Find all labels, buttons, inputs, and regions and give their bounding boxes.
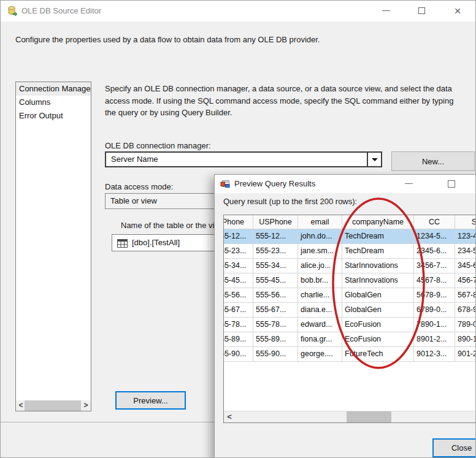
grid-cell[interactable]: 555-89... — [223, 332, 253, 347]
grid-cell[interactable]: 555-23... — [253, 244, 298, 259]
grid-cell[interactable]: GlobalGen — [342, 303, 414, 318]
grid-cell[interactable]: GlobalGen — [342, 288, 414, 303]
grid-scrollbar-thumb[interactable] — [347, 411, 391, 422]
grid-cell[interactable]: edward... — [298, 318, 342, 332]
sidebar-item-connection-manager[interactable]: Connection Manager — [16, 82, 91, 96]
grid-cell[interactable]: 555-67... — [223, 303, 253, 318]
grid-cell[interactable]: 901-23... — [455, 347, 476, 362]
grid-cell[interactable]: 555-67... — [253, 303, 298, 318]
grid-cell[interactable]: 345-67... — [455, 259, 476, 273]
preview-minimize-button[interactable] — [399, 175, 418, 193]
grid-cell[interactable]: 2345-6... — [414, 244, 455, 259]
grid-cell[interactable]: george.... — [298, 347, 342, 362]
grid-cell[interactable]: 555-45... — [223, 273, 253, 288]
grid-cell[interactable]: 789-01... — [455, 318, 476, 332]
grid-cell[interactable]: 555-34... — [253, 259, 298, 273]
grid-cell[interactable]: 567-89... — [455, 288, 476, 303]
grid-cell[interactable]: EcoFusion — [342, 332, 414, 347]
main-titlebar: OLE DB Source Editor × — [1, 1, 475, 21]
grid-header-cell[interactable]: Phone — [223, 215, 253, 229]
maximize-button[interactable] — [411, 1, 432, 20]
grid-row[interactable]: 555-56...555-56...charlie...GlobalGen567… — [223, 288, 476, 303]
grid-cell[interactable]: 123-45... — [455, 229, 476, 244]
pages-listbox: Connection Manager Columns Error Output … — [15, 82, 91, 411]
grid-cell[interactable]: 555-12... — [253, 229, 298, 244]
grid-cell[interactable]: 555-45... — [253, 273, 298, 288]
scroll-right-icon[interactable]: > — [81, 400, 91, 411]
grid-cell[interactable]: StarInnovations — [342, 273, 414, 288]
data-access-mode-value: Table or view — [110, 194, 157, 208]
connection-manager-value: Server Name — [111, 153, 158, 166]
grid-cell[interactable]: FutureTech — [342, 347, 414, 362]
minimize-button[interactable] — [375, 1, 396, 20]
grid-cell[interactable]: 555-56... — [253, 288, 298, 303]
grid-row[interactable]: 555-12...555-12...john.do...TechDream123… — [223, 229, 476, 244]
grid-cell[interactable]: 1234-5... — [414, 229, 455, 244]
grid-row[interactable]: 555-78...555-78...edward...EcoFusion7890… — [223, 318, 476, 332]
minimize-icon — [382, 10, 390, 11]
grid-cell[interactable]: 555-56... — [223, 288, 253, 303]
grid-cell[interactable]: EcoFusion — [342, 318, 414, 332]
grid-cell[interactable]: 4567-8... — [414, 273, 455, 288]
grid-cell[interactable]: 456-78... — [455, 273, 476, 288]
grid-cell[interactable]: 7890-1... — [414, 318, 455, 332]
grid-cell[interactable]: StarInnovations — [342, 259, 414, 273]
oledb-database-icon — [7, 6, 18, 19]
connection-manager-dropdown-button[interactable] — [367, 153, 381, 166]
grid-horizontal-scrollbar[interactable]: < — [224, 411, 476, 422]
grid-cell[interactable]: jane.sm... — [298, 244, 342, 259]
grid-cell[interactable]: 6789-0... — [414, 303, 455, 318]
grid-row[interactable]: 555-89...555-89...fiona.gr...EcoFusion89… — [223, 332, 476, 347]
grid-cell[interactable]: 9012-3... — [414, 347, 455, 362]
grid-cell[interactable]: john.do... — [298, 229, 342, 244]
page-instructions: Specify an OLE DB connection manager, a … — [105, 83, 464, 119]
grid-header-cell[interactable]: USPhone — [253, 215, 298, 229]
close-button[interactable]: × — [447, 1, 468, 20]
grid-cell[interactable]: 3456-7... — [414, 259, 455, 273]
minimize-icon — [405, 183, 413, 184]
grid-cell[interactable]: TechDream — [342, 229, 414, 244]
preview-maximize-button[interactable] — [442, 175, 461, 193]
grid-header-cell[interactable]: email — [298, 215, 342, 229]
sidebar-scrollbar-thumb[interactable] — [25, 400, 81, 411]
grid-cell[interactable]: 555-78... — [253, 318, 298, 332]
close-icon: × — [454, 5, 461, 17]
grid-cell[interactable]: 5678-9... — [414, 288, 455, 303]
grid-header-cell[interactable]: CC — [414, 215, 455, 229]
grid-header-cell[interactable]: companyName — [342, 215, 414, 229]
grid-cell[interactable]: fiona.gr... — [298, 332, 342, 347]
grid-cell[interactable]: 555-23... — [223, 244, 253, 259]
grid-cell[interactable]: 890-12... — [455, 332, 476, 347]
preview-button[interactable]: Preview... — [115, 391, 186, 410]
window-title: OLE DB Source Editor — [21, 6, 101, 15]
grid-header-cell[interactable]: SSN — [455, 215, 476, 229]
sidebar-item-columns[interactable]: Columns — [16, 96, 91, 109]
close-preview-button[interactable]: Close — [432, 438, 476, 457]
grid-row[interactable]: 555-34...555-34...alice.jo...StarInnovat… — [223, 259, 476, 273]
grid-cell[interactable]: alice.jo... — [298, 259, 342, 273]
grid-cell[interactable]: TechDream — [342, 244, 414, 259]
grid-cell[interactable]: 555-90... — [223, 347, 253, 362]
grid-cell[interactable]: 8901-2... — [414, 332, 455, 347]
grid-cell[interactable]: 234-56... — [455, 244, 476, 259]
grid-row[interactable]: 555-45...555-45...bob.br...StarInnovatio… — [223, 273, 476, 288]
grid-row[interactable]: 555-23...555-23...jane.sm...TechDream234… — [223, 244, 476, 259]
sidebar-horizontal-scrollbar[interactable]: < > — [16, 400, 91, 411]
grid-cell[interactable]: 555-34... — [223, 259, 253, 273]
maximize-icon — [418, 7, 425, 14]
grid-cell[interactable]: 678-90... — [455, 303, 476, 318]
grid-row[interactable]: 555-67...555-67...diana.e...GlobalGen678… — [223, 303, 476, 318]
grid-row[interactable]: 555-90...555-90...george....FutureTech90… — [223, 347, 476, 362]
grid-cell[interactable]: bob.br... — [298, 273, 342, 288]
grid-cell[interactable]: 555-90... — [253, 347, 298, 362]
grid-inner: PhoneUSPhoneemailcompanyNameCCSSN555-12.… — [223, 215, 476, 362]
grid-cell[interactable]: charlie... — [298, 288, 342, 303]
new-connection-button[interactable]: New... — [391, 151, 475, 171]
grid-cell[interactable]: 555-12... — [223, 229, 253, 244]
grid-cell[interactable]: 555-78... — [223, 318, 253, 332]
scroll-left-icon[interactable]: < — [224, 411, 235, 422]
grid-cell[interactable]: 555-89... — [253, 332, 298, 347]
sidebar-item-error-output[interactable]: Error Output — [16, 109, 91, 123]
grid-cell[interactable]: diana.e... — [298, 303, 342, 318]
connection-manager-combobox[interactable]: Server Name — [105, 151, 382, 167]
